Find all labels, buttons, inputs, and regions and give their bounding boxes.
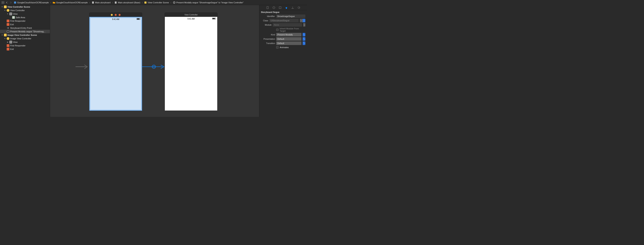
- crumb-scene[interactable]: View Controller Scene: [143, 1, 170, 4]
- disclosure-triangle-icon[interactable]: ▼: [1, 34, 3, 36]
- module-field[interactable]: [273, 23, 302, 26]
- size-inspector-tab[interactable]: [291, 6, 294, 10]
- segue-badge-icon[interactable]: [152, 65, 156, 69]
- entry-point-row[interactable]: ▼ Storyboard Entry Point: [0, 26, 50, 30]
- transition-label: Transition: [261, 42, 275, 44]
- related-items-icon[interactable]: [1, 1, 5, 4]
- scene-label: View Controller Scene: [8, 6, 30, 8]
- disclosure-triangle-icon[interactable]: ▼: [7, 13, 8, 15]
- scene-dock[interactable]: View Controller: [164, 12, 218, 17]
- animates-checkbox[interactable]: [276, 46, 278, 48]
- view-controller-scene-canvas[interactable]: 9:41 AM: [89, 12, 142, 111]
- svg-rect-0: [2, 1, 3, 2]
- view[interactable]: 9:41 AM: [164, 17, 218, 111]
- disclosure-triangle-icon[interactable]: ▼: [4, 10, 6, 11]
- section-title: Storyboard Segue: [259, 10, 307, 14]
- svg-rect-5: [92, 1, 94, 4]
- status-time: 9:41 AM: [188, 18, 195, 20]
- inspector-tabs: ?: [259, 5, 307, 10]
- exit-icon[interactable]: [118, 14, 120, 16]
- item-label: View Controller: [10, 9, 25, 12]
- presentation-label: Presentation: [261, 38, 275, 40]
- disclosure-triangle-icon[interactable]: ▶: [7, 41, 8, 43]
- disclosure-triangle-icon[interactable]: ▼: [1, 6, 3, 8]
- view[interactable]: 9:41 AM: [89, 17, 142, 111]
- segue-row[interactable]: ▼ Present Modally segue "ShowImag...: [0, 30, 50, 33]
- attributes-inspector-tab[interactable]: [284, 6, 288, 10]
- crumb-project[interactable]: GoogleCloudVisionOCRExample: [13, 1, 50, 4]
- view-controller-row[interactable]: ▼ Image View Controller: [0, 37, 50, 40]
- identity-inspector-tab[interactable]: [278, 6, 282, 10]
- disclosure-triangle-icon[interactable]: ▼: [4, 38, 6, 40]
- class-dropdown[interactable]: ○⌄: [300, 19, 305, 22]
- inherit-module-label: Inherit Module From Target: [280, 28, 305, 32]
- crumb-storyboard-base[interactable]: Main.storyboard (Base): [114, 1, 141, 4]
- exit-row[interactable]: ▼ Exit: [0, 47, 50, 51]
- svg-rect-13: [279, 7, 281, 8]
- item-label: First Responder: [10, 44, 26, 47]
- crumb-folder[interactable]: GoogleCloudVisionOCRExample: [52, 1, 88, 4]
- item-label: Storyboard Entry Point: [10, 27, 32, 29]
- connections-inspector-tab[interactable]: [297, 6, 301, 10]
- kind-select[interactable]: Present Modally: [276, 33, 302, 36]
- class-field[interactable]: [269, 19, 299, 22]
- safe-area-row[interactable]: ▼ Safe Area: [0, 16, 50, 19]
- item-label: Present Modally segue "ShowImag...: [10, 30, 46, 33]
- crumb-segue[interactable]: Present Modally segue "ShowImageSegue" t…: [172, 1, 244, 4]
- module-label: Module: [261, 24, 272, 26]
- identifier-field[interactable]: [276, 14, 305, 18]
- back-button[interactable]: [5, 1, 8, 4]
- exit-icon: [7, 23, 10, 26]
- chevron-updown-icon: ⌃⌄: [302, 33, 305, 36]
- crumb-label: GoogleCloudVisionOCRExample: [17, 1, 49, 4]
- view-row[interactable]: ▶ View: [0, 40, 50, 44]
- chevron-updown-icon: ⌃⌄: [302, 42, 305, 45]
- module-dropdown[interactable]: ⌄: [303, 23, 305, 26]
- svg-rect-9: [174, 2, 174, 3]
- status-bar: 9:41 AM: [165, 17, 217, 21]
- view-controller-icon[interactable]: [111, 14, 113, 16]
- svg-rect-3: [3, 2, 4, 4]
- battery-icon: [212, 18, 216, 19]
- scene-dock[interactable]: [89, 12, 142, 17]
- scene-title: View Controller: [184, 14, 198, 16]
- chevron-right-icon: ›: [50, 1, 51, 4]
- scene-label: Image View Controller Scene: [8, 34, 37, 36]
- item-label: First Responder: [10, 20, 26, 22]
- svg-rect-7: [144, 1, 146, 4]
- presentation-select[interactable]: Default: [276, 37, 302, 41]
- crumb-storyboard[interactable]: Main.storyboard: [91, 1, 112, 4]
- first-responder-icon: [7, 20, 10, 22]
- exit-row[interactable]: ▼ Exit: [0, 23, 50, 26]
- transition-select[interactable]: Default: [276, 42, 302, 45]
- inherit-module-checkbox[interactable]: [276, 28, 278, 31]
- view-controller-row[interactable]: ▼ View Controller: [0, 8, 50, 12]
- document-outline[interactable]: ▼ View Controller Scene ▼ View Controlle…: [0, 5, 50, 117]
- chevron-right-icon: ›: [142, 1, 143, 4]
- help-inspector-tab[interactable]: ?: [272, 6, 276, 10]
- chevron-updown-icon: ⌃⌄: [302, 37, 305, 41]
- first-responder-icon: [7, 44, 10, 47]
- entry-point-icon: [7, 26, 10, 29]
- svg-text:?: ?: [273, 7, 274, 8]
- scene-row[interactable]: ▼ View Controller Scene: [0, 5, 50, 8]
- crumb-label: Main.storyboard: [95, 1, 110, 4]
- view-row[interactable]: ▼ View: [0, 12, 50, 16]
- chevron-right-icon: ›: [170, 1, 171, 4]
- class-label: Class: [261, 19, 268, 22]
- item-label: View: [13, 13, 18, 15]
- scene-row[interactable]: ▼ Image View Controller Scene: [0, 33, 50, 37]
- file-inspector-tab[interactable]: [266, 6, 270, 10]
- first-responder-icon[interactable]: [115, 14, 117, 16]
- image-view-controller-scene-canvas[interactable]: View Controller 9:41 AM: [164, 12, 218, 111]
- forward-button[interactable]: [9, 1, 12, 4]
- storyboard-canvas[interactable]: 9:41 AM View Controller 9:41 AM: [50, 5, 259, 117]
- segue-icon: [7, 30, 10, 33]
- exit-icon: [7, 48, 10, 50]
- safe-area-icon: [12, 16, 15, 19]
- first-responder-row[interactable]: ▼ First Responder: [0, 19, 50, 23]
- view-icon: [10, 41, 12, 44]
- first-responder-row[interactable]: ▼ First Responder: [0, 44, 50, 47]
- item-label: Exit: [10, 23, 14, 26]
- svg-rect-2: [2, 2, 3, 4]
